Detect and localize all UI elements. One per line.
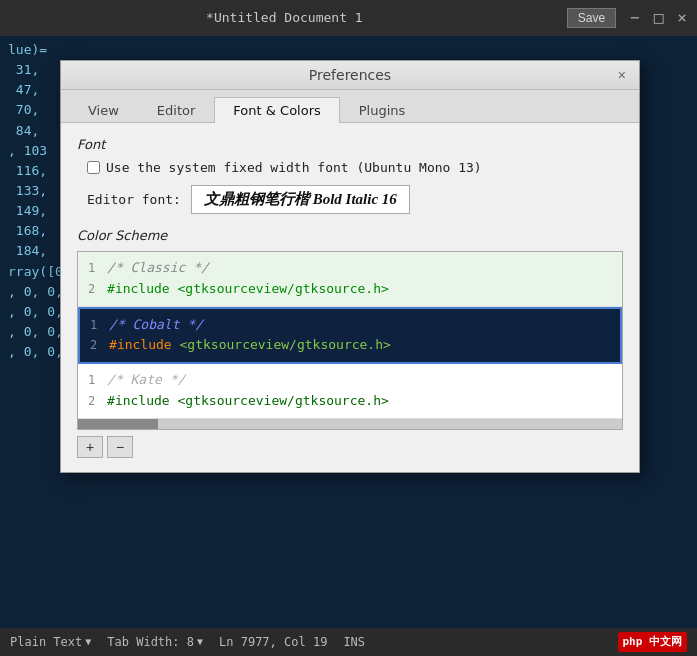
bg-window-title: *Untitled Document 1 (10, 8, 559, 28)
tab-view[interactable]: View (69, 97, 138, 123)
scheme-item-kate[interactable]: 1 /* Kate */ 2 #include <gtksourceview/g… (78, 364, 622, 419)
color-scheme-list: 1 /* Classic */ 2 #include <gtksourcevie… (77, 251, 623, 430)
status-tab-width[interactable]: Tab Width: 8 ▼ (107, 633, 203, 652)
color-scheme-label: Color Scheme (77, 228, 623, 243)
scheme-scrollbar[interactable] (78, 419, 622, 429)
bg-close-icon[interactable]: × (677, 6, 687, 31)
bg-minimize-icon[interactable]: − (630, 6, 640, 31)
system-font-label: Use the system fixed width font (Ubuntu … (106, 160, 482, 175)
bg-titlebar: *Untitled Document 1 Save − □ × (0, 0, 697, 36)
tab-font-colors[interactable]: Font & Colors (214, 97, 339, 123)
system-font-row: Use the system fixed width font (Ubuntu … (87, 160, 623, 175)
tabs-bar: View Editor Font & Colors Plugins (61, 90, 639, 123)
font-section-label: Font (77, 137, 623, 152)
dialog-close-button[interactable]: × (613, 65, 631, 85)
dialog-titlebar: Preferences × (61, 61, 639, 90)
scheme-item-classic[interactable]: 1 /* Classic */ 2 #include <gtksourcevie… (78, 252, 622, 307)
editor-font-row: Editor font: 文鼎粗钢笔行楷 Bold Italic 16 (87, 185, 623, 214)
scheme-cobalt-preview: 1 /* Cobalt */ 2 #include <gtksourceview… (80, 309, 620, 363)
dialog-title: Preferences (309, 67, 391, 83)
tab-editor[interactable]: Editor (138, 97, 214, 123)
status-plain-text[interactable]: Plain Text ▼ (10, 633, 91, 652)
php-badge: php 中文网 (618, 632, 688, 651)
scheme-classic-line1: 1 /* Classic */ (88, 258, 612, 279)
scheme-scrollbar-thumb (78, 419, 158, 429)
scheme-classic-line2: 2 #include <gtksourceview/gtksource.h> (88, 279, 612, 300)
remove-scheme-button[interactable]: − (107, 436, 133, 458)
scheme-classic-preview: 1 /* Classic */ 2 #include <gtksourcevie… (78, 252, 622, 306)
bg-statusbar: Plain Text ▼ Tab Width: 8 ▼ Ln 7977, Col… (0, 628, 697, 656)
bg-save-button[interactable]: Save (567, 8, 616, 28)
scheme-cobalt-line1: 1 /* Cobalt */ (90, 315, 610, 336)
preferences-dialog: Preferences × View Editor Font & Colors … (60, 60, 640, 473)
editor-font-button[interactable]: 文鼎粗钢笔行楷 Bold Italic 16 (191, 185, 410, 214)
plain-text-arrow-icon: ▼ (85, 634, 91, 650)
status-position: Ln 7977, Col 19 (219, 633, 327, 652)
scheme-kate-line2: 2 #include <gtksourceview/gtksource.h> (88, 391, 612, 412)
bg-maximize-icon[interactable]: □ (654, 6, 664, 31)
scheme-kate-line1: 1 /* Kate */ (88, 370, 612, 391)
system-font-checkbox[interactable] (87, 161, 100, 174)
tab-width-arrow-icon: ▼ (197, 634, 203, 650)
add-scheme-button[interactable]: + (77, 436, 103, 458)
dialog-content: Font Use the system fixed width font (Ub… (61, 123, 639, 472)
scheme-cobalt-line2: 2 #include <gtksourceview/gtksource.h> (90, 335, 610, 356)
tab-plugins[interactable]: Plugins (340, 97, 425, 123)
scheme-action-buttons: + − (77, 436, 623, 458)
editor-font-label-text: Editor font: (87, 192, 181, 207)
bg-code-line: lue)= (8, 40, 689, 60)
status-mode: INS (343, 633, 365, 652)
scheme-kate-preview: 1 /* Kate */ 2 #include <gtksourceview/g… (78, 364, 622, 418)
scheme-item-cobalt[interactable]: 1 /* Cobalt */ 2 #include <gtksourceview… (78, 307, 622, 365)
